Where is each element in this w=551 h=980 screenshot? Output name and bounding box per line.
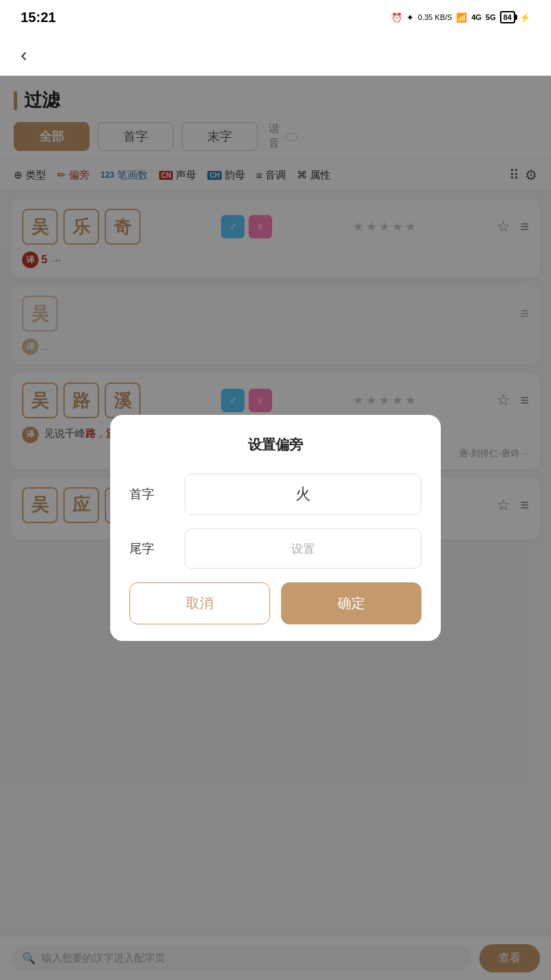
- dialog-label-first: 首字: [129, 486, 171, 502]
- status-time: 15:21: [21, 10, 56, 25]
- dialog-value-first[interactable]: 火: [185, 473, 422, 515]
- dialog-row-first: 首字 火: [129, 473, 422, 515]
- dialog-overlay[interactable]: 设置偏旁 首字 火 尾字 设置 取消 确定: [0, 76, 551, 980]
- cancel-button[interactable]: 取消: [129, 582, 270, 624]
- back-button[interactable]: ‹: [14, 41, 34, 70]
- bluetooth-icon: ✦: [406, 12, 414, 23]
- confirm-button[interactable]: 确定: [281, 582, 422, 624]
- signal-4g-icon: 4G: [471, 13, 481, 21]
- signal-5g-icon: 5G: [486, 13, 496, 21]
- status-icons: ⏰ ✦ 0.35 KB/S 📶 4G 5G 84 ⚡: [391, 11, 530, 23]
- network-speed: 0.35 KB/S: [418, 13, 453, 21]
- wifi-icon: 📶: [456, 12, 467, 23]
- back-row: ‹: [0, 34, 551, 76]
- set-radical-dialog: 设置偏旁 首字 火 尾字 设置 取消 确定: [110, 415, 441, 641]
- status-bar: 15:21 ⏰ ✦ 0.35 KB/S 📶 4G 5G 84 ⚡: [0, 0, 551, 34]
- dialog-row-last: 尾字 设置: [129, 529, 422, 569]
- dialog-value-last[interactable]: 设置: [185, 529, 422, 569]
- battery-indicator: 84: [500, 11, 515, 23]
- dialog-title: 设置偏旁: [129, 436, 422, 454]
- alarm-icon: ⏰: [391, 12, 402, 23]
- charging-icon: ⚡: [519, 12, 530, 23]
- dialog-buttons: 取消 确定: [129, 582, 422, 624]
- dialog-label-last: 尾字: [129, 540, 171, 557]
- main-content: 过滤 全部 首字 末字 谐音 ⬭ ⊕ 类型 ✏ 偏旁 123 笔画数: [0, 76, 551, 980]
